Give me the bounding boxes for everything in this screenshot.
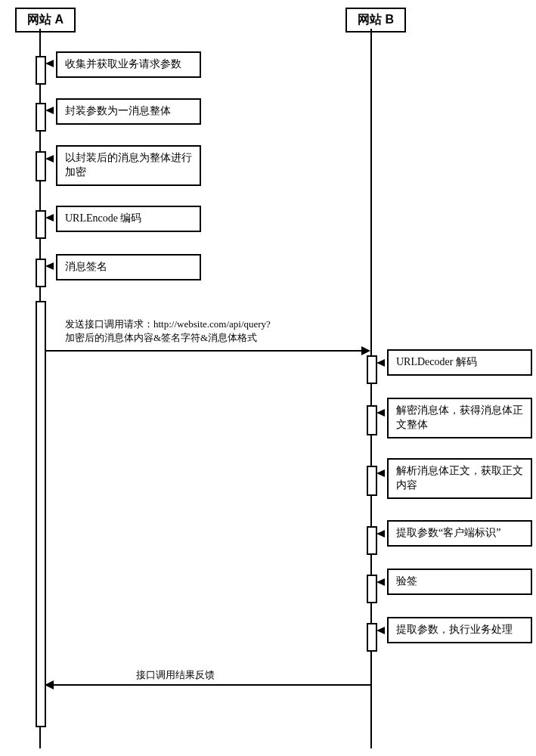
request-arrow-head-icon bbox=[361, 346, 370, 355]
response-label: 接口调用结果反馈 bbox=[136, 668, 215, 682]
arrow-self-b-2 bbox=[376, 409, 385, 417]
arrow-self-a-1 bbox=[45, 60, 54, 67]
arrow-self-a-5 bbox=[45, 262, 54, 270]
step-b-6-text: 提取参数，执行业务处理 bbox=[396, 624, 513, 635]
arrow-self-b-6 bbox=[376, 627, 385, 634]
activation-a-2 bbox=[36, 103, 46, 132]
step-a-4: URLEncode 编码 bbox=[56, 206, 201, 232]
step-a-2: 封装参数为一消息整体 bbox=[56, 98, 201, 125]
arrow-self-b-5 bbox=[376, 578, 385, 586]
response-arrow-shaft bbox=[53, 684, 370, 686]
arrow-self-a-2 bbox=[45, 107, 54, 114]
response-text: 接口调用结果反馈 bbox=[136, 669, 215, 680]
activation-b-5 bbox=[367, 575, 377, 603]
step-b-3: 解析消息体正文，获取正文内容 bbox=[387, 458, 532, 499]
request-label: 发送接口调用请求：http://website.com/api/query? 加… bbox=[65, 318, 337, 344]
step-a-3: 以封装后的消息为整体进行加密 bbox=[56, 145, 201, 186]
activation-a-4 bbox=[36, 210, 46, 239]
step-b-1: URLDecoder 解码 bbox=[387, 349, 532, 376]
activation-b-6 bbox=[367, 623, 377, 652]
step-b-2-text: 解密消息体，获得消息体正文整体 bbox=[396, 404, 523, 430]
step-a-1-text: 收集并获取业务请求参数 bbox=[65, 58, 181, 70]
activation-a-3 bbox=[36, 151, 46, 181]
activation-b-3 bbox=[367, 466, 377, 496]
step-a-5-text: 消息签名 bbox=[65, 261, 107, 272]
participant-b-label: 网站 B bbox=[358, 13, 394, 26]
participant-b: 网站 B bbox=[345, 8, 406, 33]
step-b-4-text: 提取参数“客户端标识” bbox=[396, 527, 500, 538]
activation-a-main bbox=[36, 301, 46, 727]
step-b-1-text: URLDecoder 解码 bbox=[396, 356, 477, 367]
arrow-self-b-3 bbox=[376, 469, 385, 477]
request-line1: 发送接口调用请求：http://website.com/api/query? bbox=[65, 318, 337, 331]
step-b-5: 验签 bbox=[387, 569, 532, 595]
step-b-3-text: 解析消息体正文，获取正文内容 bbox=[396, 465, 523, 491]
arrow-self-a-3 bbox=[45, 155, 54, 163]
step-b-5-text: 验签 bbox=[396, 575, 417, 587]
step-a-1: 收集并获取业务请求参数 bbox=[56, 51, 201, 78]
step-a-4-text: URLEncode 编码 bbox=[65, 212, 141, 224]
step-b-2: 解密消息体，获得消息体正文整体 bbox=[387, 398, 532, 438]
activation-b-1 bbox=[367, 355, 377, 384]
arrow-self-b-4 bbox=[376, 530, 385, 538]
sequence-diagram: 网站 A 网站 B 收集并获取业务请求参数 封装参数为一消息整体 以封装后的消息… bbox=[0, 0, 536, 756]
participant-a: 网站 A bbox=[15, 8, 76, 33]
activation-a-5 bbox=[36, 259, 46, 287]
step-a-3-text: 以封装后的消息为整体进行加密 bbox=[65, 152, 192, 178]
step-b-4: 提取参数“客户端标识” bbox=[387, 520, 532, 547]
response-arrow-head-icon bbox=[45, 680, 54, 689]
request-line2: 加密后的消息体内容&签名字符&消息体格式 bbox=[65, 331, 337, 345]
step-a-5: 消息签名 bbox=[56, 254, 201, 280]
activation-b-2 bbox=[367, 405, 377, 435]
step-a-2-text: 封装参数为一消息整体 bbox=[65, 105, 171, 116]
arrow-self-a-4 bbox=[45, 214, 54, 222]
arrow-self-b-1 bbox=[376, 359, 385, 367]
participant-a-label: 网站 A bbox=[27, 13, 64, 26]
activation-a-1 bbox=[36, 56, 46, 85]
activation-b-4 bbox=[367, 526, 377, 555]
step-b-6: 提取参数，执行业务处理 bbox=[387, 617, 532, 643]
request-arrow-shaft bbox=[45, 350, 364, 352]
